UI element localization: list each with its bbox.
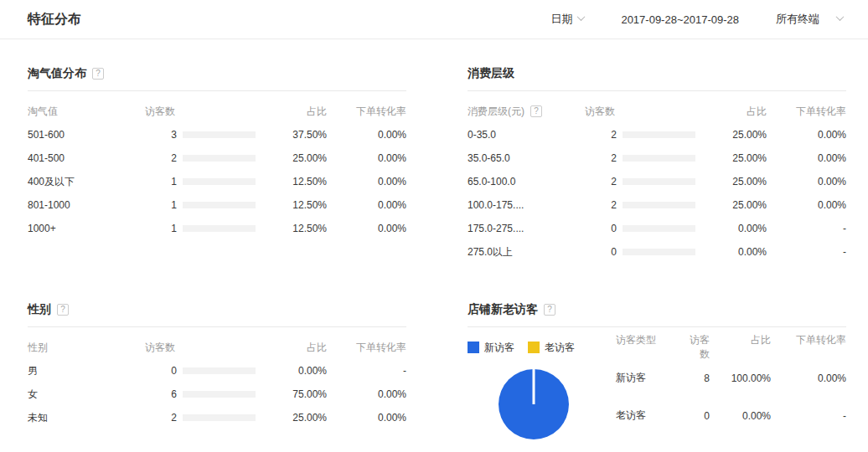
- bar-track: [623, 249, 695, 255]
- panels-grid: 淘气值分布 ? 淘气值 访客数 占比 下单转化率 501-600 3 37.50…: [0, 39, 868, 439]
- chevron-down-icon: [577, 13, 586, 21]
- bar-track: [183, 414, 256, 421]
- col-visitors: 访客数: [145, 341, 175, 355]
- table-row: 100.0-175.... 2 25.00% 0.00%: [468, 193, 846, 217]
- bar-track: [623, 155, 695, 162]
- col-label: 消费层级(元): [468, 105, 524, 119]
- col-visitors: 访客数: [585, 105, 615, 119]
- bar-track: [623, 131, 695, 138]
- bar-track: [183, 155, 256, 162]
- legend-swatch-yellow: [528, 342, 540, 353]
- col-visitors: 访客数: [145, 105, 175, 119]
- terminal-label: 所有终端: [776, 12, 819, 27]
- legend-swatch-blue: [468, 342, 479, 353]
- help-icon[interactable]: ?: [544, 304, 555, 316]
- panel-gender: 性别 ? 性别 访客数 占比 下单转化率 男 0 0.00% - 女 6 75.…: [28, 302, 406, 439]
- legend-item-old-visitor: 老访客: [528, 341, 575, 355]
- bar-track: [183, 367, 256, 374]
- table-row: 401-500 2 25.00% 0.00%: [28, 146, 406, 170]
- table-row: 新访客 8 100.00% 0.00%: [616, 359, 846, 397]
- help-icon[interactable]: ?: [92, 68, 104, 80]
- col-conversion: 下单转化率: [327, 341, 406, 355]
- col-label: 访客类型: [616, 333, 683, 362]
- date-type-label: 日期: [550, 12, 572, 27]
- top-bar: 特征分布 日期 2017-09-28~2017-09-28 所有终端: [0, 0, 868, 39]
- date-range-value: 2017-09-28~2017-09-28: [621, 13, 739, 26]
- table-header: 新访客 老访客 访客类型 访客数 占比 下单转化率: [468, 336, 846, 359]
- bar-track: [623, 225, 695, 232]
- pie-chart: [499, 369, 569, 439]
- help-icon[interactable]: ?: [57, 304, 69, 316]
- chevron-down-icon: [836, 13, 845, 21]
- panel-title: 消费层级: [468, 66, 514, 81]
- table-row: 175.0-275.... 0 0.00% -: [468, 217, 846, 240]
- legend-item-new-visitor: 新访客: [468, 341, 514, 355]
- panel-title: 店铺新老访客: [468, 302, 538, 317]
- col-share: 占比: [700, 105, 767, 119]
- table-header: 淘气值 访客数 占比 下单转化率: [28, 100, 406, 123]
- panel-visitor-type: 店铺新老访客 ? 新访客 老访客 访客类型 访客数 占比 下单转化率: [468, 302, 846, 439]
- bar-track: [623, 202, 695, 208]
- pie-slice-divider: [533, 369, 535, 404]
- table-row: 女 6 75.00% 0.00%: [28, 383, 406, 406]
- table-row: 275.0以上 0 0.00% -: [468, 240, 846, 264]
- filter-bar: 日期 2017-09-28~2017-09-28 所有终端: [550, 12, 843, 27]
- col-visitors: 访客数: [683, 333, 710, 362]
- col-label: 性别: [28, 341, 145, 355]
- table-row: 501-600 3 37.50% 0.00%: [28, 123, 406, 146]
- date-range-picker[interactable]: 2017-09-28~2017-09-28: [621, 13, 739, 26]
- table-row: 1000+ 1 12.50% 0.00%: [28, 217, 406, 240]
- col-conversion: 下单转化率: [767, 105, 846, 119]
- col-label: 淘气值: [28, 105, 145, 119]
- panel-consumption-level: 消费层级 消费层级(元) ? 访客数 占比 下单转化率 0-35.0 2 25.…: [468, 66, 846, 264]
- col-share: 占比: [710, 333, 771, 362]
- table-row: 35.0-65.0 2 25.00% 0.00%: [468, 146, 846, 170]
- table-row: 0-35.0 2 25.00% 0.00%: [468, 123, 846, 146]
- bar-track: [183, 391, 256, 398]
- table-row: 801-1000 1 12.50% 0.00%: [28, 193, 406, 217]
- date-type-dropdown[interactable]: 日期: [550, 12, 584, 27]
- table-header: 消费层级(元) ? 访客数 占比 下单转化率: [468, 100, 846, 123]
- terminal-dropdown[interactable]: 所有终端: [776, 12, 843, 27]
- bar-track: [183, 178, 256, 185]
- table-header: 性别 访客数 占比 下单转化率: [28, 336, 406, 359]
- table-row: 400及以下 1 12.50% 0.00%: [28, 170, 406, 193]
- bar-track: [183, 131, 256, 138]
- table-row: 65.0-100.0 2 25.00% 0.00%: [468, 170, 846, 193]
- page-title: 特征分布: [28, 11, 81, 28]
- pie-legend: 新访客 老访客: [468, 341, 616, 355]
- bar-track: [183, 202, 256, 208]
- panel-title: 淘气值分布: [28, 66, 86, 81]
- col-share: 占比: [260, 105, 327, 119]
- col-conversion: 下单转化率: [327, 105, 406, 119]
- panel-taoqi-distribution: 淘气值分布 ? 淘气值 访客数 占比 下单转化率 501-600 3 37.50…: [28, 66, 406, 264]
- col-share: 占比: [260, 341, 327, 355]
- help-icon[interactable]: ?: [530, 105, 542, 117]
- col-conversion: 下单转化率: [771, 333, 846, 362]
- table-row: 老访客 0 0.00% -: [616, 397, 846, 434]
- table-row: 男 0 0.00% -: [28, 359, 406, 383]
- panel-title: 性别: [28, 302, 51, 317]
- bar-track: [623, 178, 695, 185]
- table-row: 未知 2 25.00% 0.00%: [28, 406, 406, 429]
- bar-track: [183, 225, 256, 232]
